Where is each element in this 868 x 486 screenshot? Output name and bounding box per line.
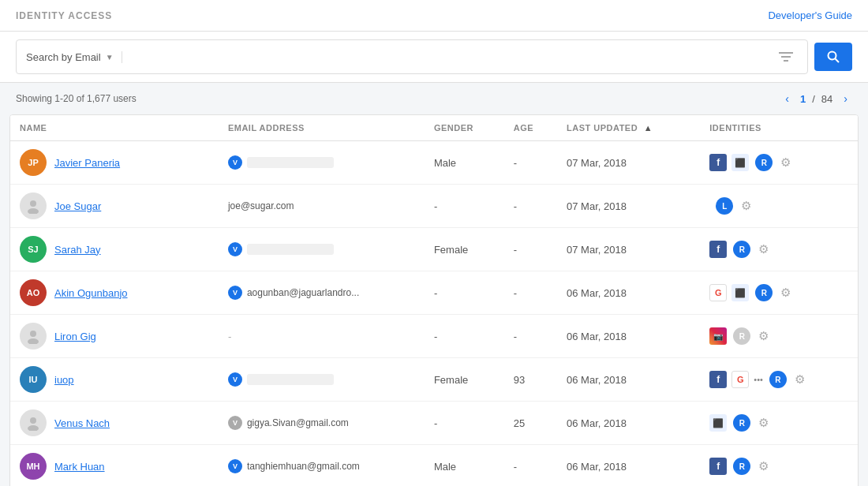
gender-cell: Male bbox=[425, 445, 504, 487]
identities-cell: L ⚙ bbox=[700, 185, 858, 228]
email-redacted bbox=[247, 244, 334, 255]
user-name-cell: MH Mark Huan bbox=[10, 445, 219, 487]
fb-icon: f bbox=[709, 241, 727, 258]
dev-guide-link[interactable]: Developer's Guide bbox=[768, 9, 852, 21]
identities-cell: f R ⚙ bbox=[700, 445, 858, 487]
users-table-wrap: NAME EMAIL ADDRESS GENDER AGE LAST UPDAT… bbox=[9, 114, 859, 486]
user-name-link[interactable]: Javier Paneria bbox=[54, 157, 120, 169]
user-name-link[interactable]: Liron Gig bbox=[54, 331, 96, 342]
table-row: AO Akin Ogunbanjo Vaogunban@jaguarlandro… bbox=[10, 271, 858, 315]
settings-button[interactable]: ⚙ bbox=[757, 458, 770, 475]
email-provider-badge: V bbox=[228, 372, 242, 387]
pagination: ‹ 1 / 84 › bbox=[780, 91, 852, 107]
date-cell: 07 Mar, 2018 bbox=[557, 141, 700, 185]
gender-cell: Female bbox=[425, 358, 504, 402]
role-badge: R bbox=[769, 371, 787, 388]
settings-button[interactable]: ⚙ bbox=[757, 414, 770, 432]
browser-icon: ⬛ bbox=[731, 154, 749, 171]
fb-icon: f bbox=[709, 371, 727, 388]
sort-icon: ▲ bbox=[644, 123, 653, 133]
avatar: JP bbox=[20, 149, 47, 176]
instagram-icon: 📷 bbox=[709, 327, 727, 345]
user-name-cell: Liron Gig bbox=[10, 315, 219, 358]
page-current: 1 bbox=[800, 93, 806, 105]
gender-cell: - bbox=[425, 402, 504, 445]
user-name-cell: JP Javier Paneria bbox=[10, 141, 219, 185]
gender-cell: - bbox=[425, 271, 504, 315]
search-bar: Search by Email ▼ bbox=[0, 32, 868, 83]
identities-cell: f⬛ R ⚙ bbox=[700, 141, 858, 185]
filter-button[interactable] bbox=[774, 47, 798, 67]
browser-icon: ⬛ bbox=[731, 284, 749, 301]
prev-page-button[interactable]: ‹ bbox=[780, 91, 794, 107]
search-button[interactable] bbox=[814, 43, 852, 71]
google-icon: G bbox=[731, 371, 749, 388]
email-redacted bbox=[247, 374, 334, 385]
role-badge: R bbox=[733, 241, 750, 258]
col-last-updated[interactable]: LAST UPDATED ▲ bbox=[557, 115, 700, 141]
avatar: IU bbox=[20, 366, 47, 393]
settings-button[interactable]: ⚙ bbox=[757, 241, 770, 258]
browser-icon: ⬛ bbox=[709, 414, 727, 432]
email-provider-badge: V bbox=[228, 155, 242, 170]
email-cell: Vaogunban@jaguarlandro... bbox=[219, 271, 425, 315]
search-type-dropdown[interactable]: Search by Email ▼ bbox=[26, 51, 122, 63]
search-type-label: Search by Email bbox=[26, 51, 101, 63]
role-badge: R bbox=[755, 284, 773, 301]
age-cell: 93 bbox=[504, 358, 557, 402]
page-separator: / bbox=[812, 93, 815, 105]
avatar: MH bbox=[20, 453, 47, 480]
settings-button[interactable]: ⚙ bbox=[739, 197, 753, 215]
user-name-link[interactable]: Sarah Jay bbox=[54, 244, 101, 256]
user-name-link[interactable]: Joe Sugar bbox=[54, 200, 101, 212]
svg-point-8 bbox=[28, 338, 39, 344]
date-cell: 07 Mar, 2018 bbox=[557, 185, 700, 228]
email-redacted bbox=[247, 157, 334, 168]
email-text: gigya.Sivan@gmail.com bbox=[247, 417, 349, 428]
email-cell: V bbox=[219, 141, 425, 185]
avatar bbox=[20, 409, 47, 436]
date-cell: 06 Mar, 2018 bbox=[557, 358, 700, 402]
showing-text: Showing 1-20 of 1,677 users bbox=[16, 93, 137, 104]
date-cell: 06 Mar, 2018 bbox=[557, 402, 700, 445]
user-name-cell: Venus Nach bbox=[10, 402, 219, 445]
chevron-down-icon: ▼ bbox=[106, 53, 114, 62]
email-text: aogunban@jaguarlandro... bbox=[247, 287, 359, 298]
date-cell: 06 Mar, 2018 bbox=[557, 271, 700, 315]
email-cell: - bbox=[219, 315, 425, 358]
filter-icon bbox=[779, 51, 793, 62]
settings-button[interactable]: ⚙ bbox=[757, 327, 770, 345]
settings-button[interactable]: ⚙ bbox=[779, 284, 792, 301]
identities-cell: 📷 R ⚙ bbox=[700, 315, 858, 358]
user-name-link[interactable]: Akin Ogunbanjo bbox=[54, 287, 128, 299]
gender-cell: - bbox=[425, 315, 504, 358]
user-name-link[interactable]: Mark Huan bbox=[54, 461, 105, 473]
gender-cell: Male bbox=[425, 141, 504, 185]
age-cell: - bbox=[504, 445, 557, 487]
next-page-button[interactable]: › bbox=[839, 91, 852, 107]
email-cell: Vtanghiemhuan@gmail.com bbox=[219, 445, 425, 487]
table-row: JP Javier Paneria V Male - 07 Mar, 2018 … bbox=[10, 141, 858, 185]
identities-cell: fG••• R ⚙ bbox=[700, 358, 858, 402]
avatar: AO bbox=[20, 279, 47, 306]
users-table: NAME EMAIL ADDRESS GENDER AGE LAST UPDAT… bbox=[10, 115, 858, 486]
email-text: joe@sugar.com bbox=[228, 200, 294, 211]
search-input[interactable] bbox=[132, 51, 768, 63]
email-cell: joe@sugar.com bbox=[219, 185, 425, 228]
email-provider-badge: V bbox=[228, 459, 242, 473]
table-row: IU iuop V Female 93 06 Mar, 2018 fG••• R… bbox=[10, 358, 858, 402]
user-name-cell: IU iuop bbox=[10, 358, 219, 402]
user-name-link[interactable]: iuop bbox=[54, 374, 74, 386]
table-row: Joe Sugar joe@sugar.com - - 07 Mar, 2018… bbox=[10, 185, 858, 228]
age-cell: - bbox=[504, 185, 557, 228]
user-name-link[interactable]: Venus Nach bbox=[54, 417, 110, 429]
settings-button[interactable]: ⚙ bbox=[793, 371, 806, 388]
settings-button[interactable]: ⚙ bbox=[779, 154, 792, 171]
user-icon bbox=[25, 328, 41, 344]
date-cell: 06 Mar, 2018 bbox=[557, 315, 700, 358]
col-name: NAME bbox=[10, 115, 219, 141]
email-provider-badge: V bbox=[228, 416, 242, 430]
table-header: NAME EMAIL ADDRESS GENDER AGE LAST UPDAT… bbox=[10, 115, 858, 141]
table-row: Venus Nach Vgigya.Sivan@gmail.com - 25 0… bbox=[10, 402, 858, 445]
svg-point-7 bbox=[30, 331, 36, 337]
